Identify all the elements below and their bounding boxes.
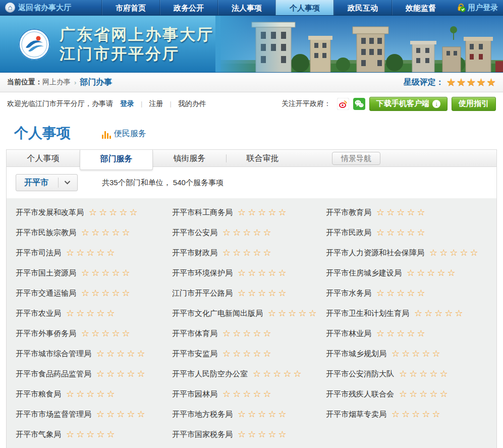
star-icon: ☆ [258, 409, 268, 419]
department-link[interactable]: 开平市粮食局 [16, 389, 61, 399]
star-icon: ☆ [407, 268, 417, 278]
breadcrumb-bar: 当前位置： 网上办事 › 部门办事 星级评定： ★★★★★ [0, 73, 503, 92]
star-icon: ☆ [429, 369, 439, 379]
star-icon: ☆ [444, 308, 455, 318]
department-link[interactable]: 江门市开平公路局 [172, 289, 233, 298]
star-icon: ★ [446, 76, 456, 88]
star-icon: ☆ [96, 248, 106, 258]
star-icon: ☆ [278, 288, 289, 298]
department-link[interactable]: 开平市司法局 [16, 248, 61, 258]
department-link[interactable]: 开平市食品药品监管局 [16, 369, 91, 379]
star-icon: ☆ [86, 248, 96, 258]
top-nav-item-3[interactable]: 法人事项 [217, 0, 275, 15]
star-icon: ☆ [258, 429, 268, 439]
department-link[interactable]: 开平市气象局 [16, 430, 61, 439]
department-link[interactable]: 开平市残疾人联合会 [326, 389, 394, 399]
star-icon: ☆ [417, 228, 427, 238]
star-icon: ☆ [376, 207, 386, 217]
department-link[interactable]: 开平市烟草专卖局 [326, 410, 386, 419]
star-icon: ☆ [101, 228, 111, 238]
tab-3[interactable]: 镇街服务 [153, 150, 226, 166]
department-link[interactable]: 开平市国家税务局 [172, 430, 233, 439]
department-link[interactable]: 开平市公安局 [172, 228, 217, 238]
wechat-icon[interactable] [353, 98, 365, 110]
department-rating: ☆☆☆☆☆ [429, 247, 480, 258]
department-item: 开平市气象局☆☆☆☆☆ [16, 424, 172, 444]
department-rating: ☆☆☆☆☆ [96, 348, 147, 359]
star-icon: ☆ [397, 207, 407, 217]
department-link[interactable]: 开平市公安消防大队 [326, 369, 394, 379]
department-link[interactable]: 开平市财政局 [172, 248, 217, 258]
star-icon: ☆ [429, 248, 439, 258]
star-icon: ☆ [137, 369, 147, 379]
star-icon: ☆ [294, 369, 304, 379]
top-nav-item-4[interactable]: 个人事项 [275, 0, 333, 15]
department-link[interactable]: 开平市园林局 [172, 389, 217, 399]
department-link[interactable]: 开平市国土资源局 [16, 268, 76, 278]
user-login-link[interactable]: 用户登录 [452, 0, 503, 15]
scene-navigation-button[interactable]: 情景导航 [332, 152, 380, 165]
department-link[interactable]: 开平市科工商务局 [172, 208, 233, 217]
department-link[interactable]: 开平市市场监督管理局 [16, 410, 91, 419]
convenience-services-link[interactable]: 便民服务 [102, 128, 146, 139]
star-icon: ☆ [397, 288, 407, 298]
star-icon: ☆ [96, 429, 106, 439]
my-items-link[interactable]: 我的办件 [178, 99, 206, 108]
city-select[interactable]: 开平市 [16, 174, 78, 191]
department-link[interactable]: 开平市城乡规划局 [326, 349, 386, 359]
department-item: 江门市开平公路局☆☆☆☆☆ [172, 283, 326, 303]
tab-2[interactable]: 部门服务 [80, 150, 153, 170]
top-nav-item-5[interactable]: 政民互动 [333, 0, 392, 15]
weibo-icon[interactable] [337, 98, 349, 110]
department-link[interactable]: 开平市住房城乡建设局 [326, 268, 402, 278]
top-nav-item-1[interactable]: 市府首页 [101, 0, 159, 15]
download-app-button[interactable]: 下载手机客户端 ↓ [369, 97, 448, 111]
register-link[interactable]: 注册 [149, 99, 163, 108]
department-link[interactable]: 开平市水务局 [326, 289, 371, 298]
top-nav-item-6[interactable]: 效能监督 [392, 0, 450, 15]
breadcrumb-current: 部门办事 [80, 77, 112, 88]
department-rating: ☆☆☆☆☆ [222, 227, 273, 238]
department-link[interactable]: 开平市民族宗教局 [16, 228, 76, 238]
login-link[interactable]: 登录 [120, 99, 134, 108]
department-link[interactable]: 开平市体育局 [172, 329, 217, 339]
department-link[interactable]: 开平市发展和改革局 [16, 208, 84, 217]
star-icon: ☆ [111, 328, 122, 339]
star-icon: ☆ [233, 349, 243, 359]
star-icon: ☆ [101, 288, 111, 298]
tab-4[interactable]: 联合审批 [226, 150, 299, 166]
department-link[interactable]: 开平市人民防空办公室 [172, 369, 248, 379]
department-link[interactable]: 开平市城市综合管理局 [16, 349, 91, 359]
department-link[interactable]: 开平市农业局 [16, 309, 61, 318]
department-link[interactable]: 开平市卫生和计划生育局 [326, 309, 409, 318]
star-icon: ☆ [127, 409, 137, 419]
star-icon: ☆ [243, 349, 253, 359]
department-link[interactable]: 开平市安监局 [172, 349, 217, 359]
star-icon: ☆ [419, 389, 429, 399]
department-link[interactable]: 开平市林业局 [326, 329, 371, 339]
breadcrumb-parent-link[interactable]: 网上办事 [42, 78, 71, 87]
back-to-province-link[interactable]: ⌂ 返回省办事大厅 [0, 0, 76, 15]
department-rating: ☆☆☆☆☆ [268, 308, 319, 319]
department-link[interactable]: 开平市教育局 [326, 208, 371, 217]
star-icon: ☆ [407, 328, 417, 339]
star-icon: ☆ [278, 268, 289, 278]
department-item: 开平市外事侨务局☆☆☆☆☆ [16, 323, 172, 344]
star-icon: ☆ [106, 409, 117, 419]
department-link[interactable]: 开平市环境保护局 [172, 268, 233, 278]
department-link[interactable]: 开平市人力资源和社会保障局 [326, 248, 424, 258]
star-icon: ☆ [91, 328, 101, 339]
tab-1[interactable]: 个人事项 [7, 150, 80, 166]
department-rating: ☆☆☆☆☆ [96, 409, 147, 420]
user-guide-button[interactable]: 使用指引 [452, 97, 496, 111]
department-rating: ☆☆☆☆☆ [81, 227, 132, 238]
department-link[interactable]: 开平市地方税务局 [172, 410, 233, 419]
department-link[interactable]: 开平市文化广电新闻出版局 [172, 309, 263, 318]
star-icon: ☆ [419, 369, 429, 379]
department-link[interactable]: 开平市外事侨务局 [16, 329, 76, 339]
department-link[interactable]: 开平市交通运输局 [16, 289, 76, 298]
top-nav-item-2[interactable]: 政务公开 [159, 0, 217, 15]
star-icon: ☆ [222, 349, 233, 359]
department-link[interactable]: 开平市民政局 [326, 228, 371, 238]
link-separator: | [141, 100, 142, 107]
